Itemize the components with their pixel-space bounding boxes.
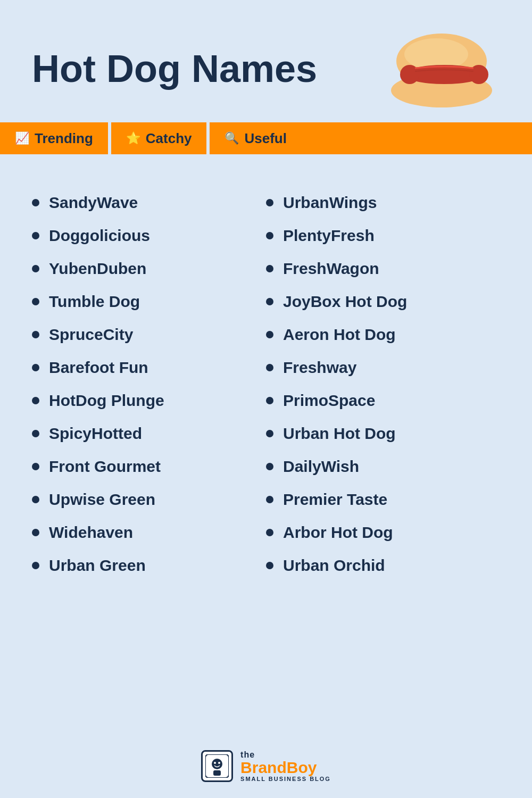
bullet-icon [32, 331, 39, 338]
item-label: Arbor Hot Dog [283, 523, 393, 542]
item-label: Aeron Hot Dog [283, 326, 396, 344]
item-label: FreshWagon [283, 260, 379, 278]
tag-useful-label: Useful [244, 130, 286, 147]
list-item: Arbor Hot Dog [266, 516, 500, 549]
item-label: YubenDuben [49, 260, 146, 278]
list-item: FreshWagon [266, 252, 500, 285]
svg-point-7 [212, 759, 222, 769]
list-item: JoyBox Hot Dog [266, 285, 500, 318]
bullet-icon [266, 232, 273, 239]
tag-trending: 📈 Trending [0, 122, 108, 154]
bullet-icon [32, 463, 39, 470]
list-item: Urban Hot Dog [266, 417, 500, 450]
list-item: Doggolicious [32, 219, 266, 252]
item-label: Widehaven [49, 523, 133, 542]
tags-bar: 📈 Trending ⭐ Catchy 🔍 Useful [0, 122, 532, 154]
brand-name-plain: Brand [240, 759, 287, 776]
list-item: Urban Green [32, 549, 266, 582]
list-item: SpicyHotted [32, 417, 266, 450]
header: Hot Dog Names [0, 0, 532, 122]
item-label: Freshway [283, 359, 356, 377]
footer: the BrandBoy SMALL BUSINESS BLOG [0, 750, 532, 782]
hotdog-illustration [383, 27, 500, 112]
tag-right-filler [302, 122, 532, 154]
bullet-icon [32, 529, 39, 536]
list-item: Barefoot Fun [32, 351, 266, 384]
bullet-icon [266, 463, 273, 470]
item-label: Tumble Dog [49, 293, 140, 311]
bullet-icon [266, 364, 273, 371]
item-label: Urban Hot Dog [283, 425, 396, 443]
item-label: Upwise Green [49, 491, 155, 509]
page-wrapper: Hot Dog Names 📈 Trending [0, 0, 532, 798]
list-item: SpruceCity [32, 318, 266, 351]
list-item: Aeron Hot Dog [266, 318, 500, 351]
list-item: DailyWish [266, 450, 500, 483]
item-label: HotDog Plunge [49, 392, 164, 410]
bullet-icon [32, 397, 39, 404]
list-item: PlentyFresh [266, 219, 500, 252]
tag-catchy: ⭐ Catchy [111, 122, 207, 154]
item-label: Doggolicious [49, 227, 150, 245]
item-label: Urban Orchid [283, 556, 385, 575]
item-label: SpicyHotted [49, 425, 142, 443]
bullet-icon [266, 430, 273, 437]
bullet-icon [32, 199, 39, 206]
list-item: Tumble Dog [32, 285, 266, 318]
bullet-icon [32, 496, 39, 503]
list-item: Front Gourmet [32, 450, 266, 483]
catchy-icon: ⭐ [126, 131, 140, 145]
brand-text: the BrandBoy SMALL BUSINESS BLOG [240, 750, 331, 782]
item-label: Barefoot Fun [49, 359, 148, 377]
trending-icon: 📈 [15, 131, 29, 145]
bullet-icon [266, 298, 273, 305]
page-title: Hot Dog Names [32, 48, 317, 90]
bullet-icon [32, 364, 39, 371]
list-item: SandyWave [32, 186, 266, 219]
item-label: DailyWish [283, 458, 359, 476]
svg-rect-10 [213, 770, 221, 776]
tag-trending-label: Trending [35, 130, 93, 147]
list-item: Premier Taste [266, 483, 500, 516]
bullet-icon [32, 298, 39, 305]
bullet-icon [266, 265, 273, 272]
list-item: YubenDuben [32, 252, 266, 285]
item-label: SpruceCity [49, 326, 133, 344]
list-item: Urban Orchid [266, 549, 500, 582]
left-column: SandyWave Doggolicious YubenDuben Tumble… [32, 186, 266, 582]
bullet-icon [266, 562, 273, 569]
tag-useful: 🔍 Useful [210, 122, 301, 154]
list-item: UrbanWings [266, 186, 500, 219]
brand-logo [201, 750, 233, 782]
svg-point-9 [218, 762, 220, 764]
item-label: Urban Green [49, 556, 146, 575]
item-label: SandyWave [49, 194, 138, 212]
brand-name: BrandBoy [240, 760, 317, 776]
item-label: Premier Taste [283, 491, 387, 509]
bullet-icon [32, 265, 39, 272]
bullet-icon [32, 562, 39, 569]
brand-name-accent: Boy [287, 759, 317, 776]
main-content: SandyWave Doggolicious YubenDuben Tumble… [0, 176, 532, 582]
list-item: Freshway [266, 351, 500, 384]
item-label: PlentyFresh [283, 227, 375, 245]
right-column: UrbanWings PlentyFresh FreshWagon JoyBox… [266, 186, 500, 582]
bullet-icon [266, 397, 273, 404]
list-item: HotDog Plunge [32, 384, 266, 417]
item-label: PrimoSpace [283, 392, 375, 410]
bullet-icon [266, 199, 273, 206]
bullet-icon [32, 430, 39, 437]
bullet-icon [32, 232, 39, 239]
bullet-icon [266, 331, 273, 338]
useful-icon: 🔍 [225, 131, 239, 145]
list-item: PrimoSpace [266, 384, 500, 417]
item-label: JoyBox Hot Dog [283, 293, 407, 311]
list-item: Widehaven [32, 516, 266, 549]
bullet-icon [266, 529, 273, 536]
tag-catchy-label: Catchy [146, 130, 192, 147]
item-label: Front Gourmet [49, 458, 161, 476]
svg-point-8 [214, 762, 216, 764]
item-label: UrbanWings [283, 194, 377, 212]
list-item: Upwise Green [32, 483, 266, 516]
brand-sub-label: SMALL BUSINESS BLOG [240, 776, 331, 782]
